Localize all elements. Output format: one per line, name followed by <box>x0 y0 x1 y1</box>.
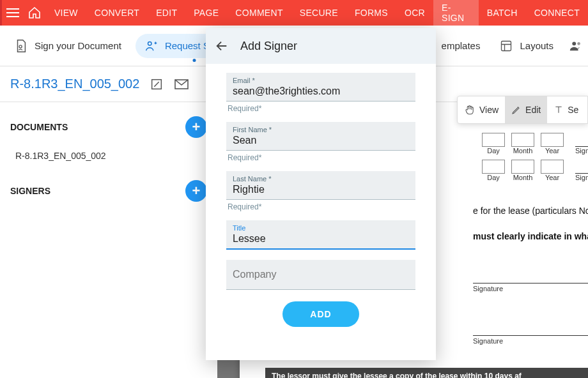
home-button[interactable] <box>23 7 46 19</box>
page-text-2: must clearly indicate in what capacity <box>473 231 588 241</box>
svg-point-3 <box>572 42 576 45</box>
select-mode-button[interactable]: Se <box>547 96 585 123</box>
left-sidebar: DOCUMENTS + R-8.1R3_EN_005_002 SIGNERS + <box>0 102 217 378</box>
company-input[interactable] <box>233 260 409 289</box>
modal-title: Add Signer <box>240 40 297 53</box>
hamburger-menu[interactable] <box>0 0 23 26</box>
view-mode-label: View <box>479 105 499 115</box>
svg-point-4 <box>577 42 580 45</box>
add-document-button[interactable]: + <box>185 116 207 138</box>
first-name-label: First Name * <box>233 126 409 133</box>
layouts-label: Layouts <box>520 40 553 51</box>
documents-header-row: DOCUMENTS + <box>0 110 217 144</box>
sign-your-document-label: Sign your Document <box>35 40 121 51</box>
email-field-wrapper[interactable]: Email * <box>226 73 415 102</box>
back-arrow-icon[interactable] <box>215 39 229 53</box>
menu-batch[interactable]: BATCH <box>479 0 526 26</box>
last-name-required-hint: Required* <box>228 202 415 211</box>
last-name-label: Last Name * <box>233 175 409 183</box>
add-signer-submit-button[interactable]: ADD <box>282 301 359 327</box>
svg-point-0 <box>19 45 22 47</box>
email-label: Email * <box>233 77 409 84</box>
view-mode-button[interactable]: View <box>458 96 505 123</box>
first-name-required-hint: Required* <box>228 153 415 162</box>
title-field-wrapper[interactable]: Title <box>226 220 415 250</box>
menu-forms[interactable]: FORMS <box>346 0 396 26</box>
edit-mode-button[interactable]: Edit <box>505 96 547 123</box>
envelope-icon[interactable] <box>174 78 189 91</box>
menu-page[interactable]: PAGE <box>185 0 227 26</box>
first-name-field-wrapper[interactable]: First Name * <box>226 122 415 151</box>
menu-view[interactable]: VIEW <box>46 0 86 26</box>
last-name-field-wrapper[interactable]: Last Name * <box>226 171 415 200</box>
menu-secure[interactable]: SECURE <box>291 0 346 26</box>
page-footer-notice: The lessor must give the lessee a copy o… <box>265 368 588 378</box>
company-field-wrapper[interactable] <box>226 260 415 290</box>
page-text-1a: e for the lease (particulars Nos. 11 and… <box>473 206 588 216</box>
modal-header: Add Signer <box>206 28 436 64</box>
email-input[interactable] <box>233 84 409 97</box>
documents-header: DOCUMENTS <box>10 122 68 132</box>
menu-edit[interactable]: EDIT <box>148 0 185 26</box>
view-edit-toolbar: View Edit Se <box>457 96 588 124</box>
svg-rect-2 <box>502 41 511 50</box>
menu-ocr[interactable]: OCR <box>396 0 433 26</box>
page-label-day: Day <box>482 147 505 155</box>
add-signer-panel: Add Signer Email * Required* First Name … <box>206 28 436 360</box>
modal-body: Email * Required* First Name * Required*… <box>206 64 436 360</box>
layouts-button[interactable]: Layouts <box>490 34 562 58</box>
last-name-input[interactable] <box>233 183 409 195</box>
layouts-icon <box>499 39 513 53</box>
main-menu-bar: VIEW CONVERT EDIT PAGE COMMENT SECURE FO… <box>0 0 588 26</box>
menu-esign[interactable]: E-SIGN <box>433 0 479 26</box>
svg-point-1 <box>148 42 151 45</box>
request-signature-icon <box>144 39 159 53</box>
menu-comment[interactable]: COMMENT <box>227 0 291 26</box>
email-required-hint: Required* <box>228 104 415 113</box>
signers-icon[interactable] <box>569 39 583 53</box>
menu-convert[interactable]: CONVERT <box>86 0 148 26</box>
pencil-icon <box>511 105 522 115</box>
templates-label: emplates <box>442 40 481 51</box>
page-label-year: Year <box>541 147 564 155</box>
title-input[interactable] <box>233 232 409 245</box>
edit-mode-label: Edit <box>525 105 541 115</box>
add-signer-button[interactable]: + <box>185 180 207 202</box>
title-label: Title <box>233 224 409 232</box>
sign-your-document-button[interactable]: Sign your Document <box>5 34 130 58</box>
hand-icon <box>464 104 476 116</box>
document-name: R-8.1R3_EN_005_002 <box>10 77 139 91</box>
menu-connect[interactable]: CONNECT <box>526 0 588 26</box>
signers-header: SIGNERS <box>10 186 50 196</box>
first-name-input[interactable] <box>233 133 409 146</box>
select-mode-label: Se <box>568 105 578 115</box>
page-label-month: Month <box>511 147 534 155</box>
rename-icon[interactable] <box>150 77 164 91</box>
templates-button[interactable]: emplates <box>433 35 490 56</box>
text-select-icon <box>553 105 564 115</box>
page-signature-label: Signature <box>473 285 588 292</box>
page-label-siglessee: Signature of le <box>575 147 588 155</box>
sign-document-icon <box>14 39 28 53</box>
signers-header-row: SIGNERS + <box>0 174 217 208</box>
document-list-item[interactable]: R-8.1R3_EN_005_002 <box>0 144 217 167</box>
